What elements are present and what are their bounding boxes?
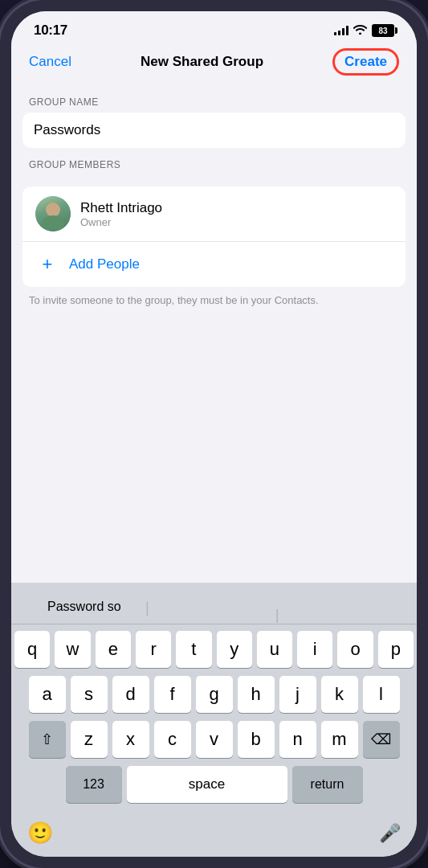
keyboard-rows: q w e r t y u i o p a s d f g [11, 624, 417, 814]
key-s[interactable]: s [71, 676, 108, 713]
key-q[interactable]: q [14, 631, 50, 668]
member-name: Rhett Intriago [80, 200, 393, 216]
return-key[interactable]: return [292, 766, 363, 803]
key-k[interactable]: k [321, 676, 358, 713]
phone-frame: 10:17 83 [0, 0, 428, 868]
add-people-row[interactable]: + Add People [22, 242, 406, 287]
create-button[interactable]: Create [332, 48, 399, 76]
group-members-section: Rhett Intriago Owner + Add People [22, 186, 406, 287]
signal-bars-icon [334, 26, 349, 35]
key-g[interactable]: g [196, 676, 233, 713]
bottom-bar: 🙂 🎤 [11, 814, 417, 857]
group-members-label: GROUP MEMBERS [11, 148, 417, 175]
status-bar: 10:17 83 [11, 11, 417, 43]
key-i[interactable]: i [297, 631, 332, 668]
key-z[interactable]: z [71, 721, 108, 758]
key-row-bottom: 123 space return [14, 766, 414, 803]
key-row-3: ⇧ z x c v b n m ⌫ [14, 721, 414, 758]
key-u[interactable]: u [257, 631, 292, 668]
key-v[interactable]: v [196, 721, 233, 758]
member-role: Owner [80, 216, 393, 228]
key-b[interactable]: b [238, 721, 275, 758]
autocomplete-suggestion-1[interactable]: Password so [19, 600, 149, 614]
plus-icon: + [35, 252, 59, 276]
key-a[interactable]: a [29, 676, 66, 713]
key-p[interactable]: p [378, 631, 414, 668]
key-f[interactable]: f [154, 676, 191, 713]
status-icons: 83 [334, 24, 394, 37]
numbers-key[interactable]: 123 [66, 766, 122, 803]
phone-screen: 10:17 83 [11, 11, 417, 857]
member-row: Rhett Intriago Owner [22, 186, 406, 242]
microphone-icon[interactable]: 🎤 [379, 823, 401, 844]
key-h[interactable]: h [238, 676, 275, 713]
keyboard-container: Password so q w e r t y u i o p [11, 583, 417, 857]
emoji-key[interactable]: 🙂 [27, 821, 53, 845]
autocomplete-bar: Password so [11, 589, 417, 624]
wifi-icon [353, 24, 367, 37]
avatar [35, 196, 71, 231]
key-e[interactable]: e [96, 631, 131, 668]
key-d[interactable]: d [112, 676, 149, 713]
page-title: New Shared Group [141, 54, 263, 70]
shift-key[interactable]: ⇧ [29, 721, 66, 758]
nav-bar: Cancel New Shared Group Create [11, 43, 417, 85]
add-people-label: Add People [69, 256, 140, 272]
content-area: GROUP NAME GROUP MEMBERS Rhett Intriago … [11, 85, 417, 324]
key-y[interactable]: y [217, 631, 252, 668]
group-name-label: GROUP NAME [11, 85, 417, 113]
key-r[interactable]: r [136, 631, 171, 668]
helper-text: To invite someone to the group, they mus… [11, 287, 417, 316]
space-key[interactable]: space [127, 766, 287, 803]
key-x[interactable]: x [112, 721, 149, 758]
key-w[interactable]: w [55, 631, 90, 668]
key-t[interactable]: t [176, 631, 211, 668]
avatar-image [35, 196, 71, 231]
delete-key[interactable]: ⌫ [363, 721, 400, 758]
key-n[interactable]: n [279, 721, 316, 758]
key-l[interactable]: l [363, 676, 400, 713]
group-name-input[interactable] [22, 113, 406, 148]
member-info: Rhett Intriago Owner [80, 200, 393, 228]
key-c[interactable]: c [154, 721, 191, 758]
key-o[interactable]: o [337, 631, 373, 668]
key-m[interactable]: m [321, 721, 358, 758]
battery-icon: 83 [372, 24, 394, 37]
key-row-1: q w e r t y u i o p [14, 631, 414, 668]
cancel-button[interactable]: Cancel [29, 54, 71, 70]
key-row-2: a s d f g h j k l [14, 676, 414, 713]
status-time: 10:17 [34, 23, 67, 39]
key-j[interactable]: j [279, 676, 316, 713]
